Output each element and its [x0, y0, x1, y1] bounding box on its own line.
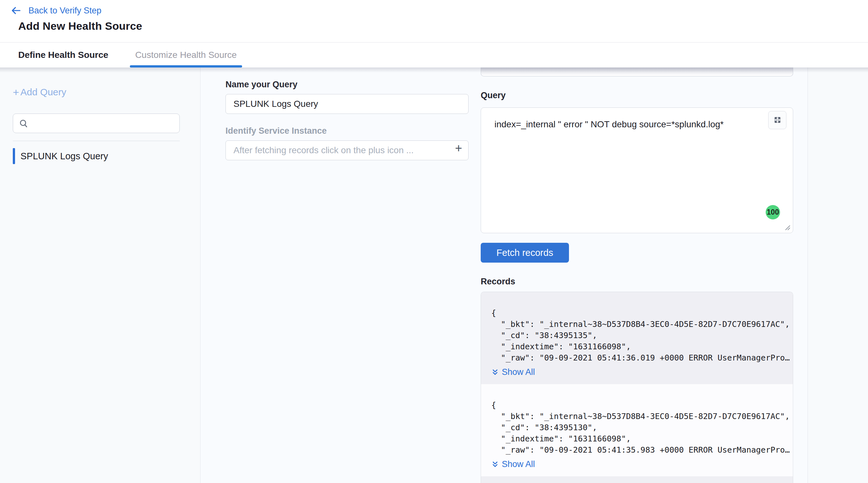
search-input[interactable] — [33, 118, 174, 128]
health-source-tabs: Define Health Source Customize Health So… — [0, 42, 868, 67]
page-header: Back to Verify Step Add New Health Sourc… — [0, 0, 868, 42]
expand-query-button[interactable] — [768, 111, 786, 129]
records-list: { "_bkt": "_internal~38~D537D8B4-3EC0-4D… — [481, 292, 793, 483]
add-health-source-page: Back to Verify Step Add New Health Sourc… — [0, 0, 868, 483]
record-card-partial — [481, 476, 793, 483]
plus-icon: + — [13, 87, 19, 97]
query-sidebar: + Add Query SPLUNK Logs Query — [0, 67, 200, 483]
add-query-button[interactable]: + Add Query — [13, 87, 66, 97]
query-item-label: SPLUNK Logs Query — [15, 151, 108, 161]
tab-customize-health-source[interactable]: Customize Health Source — [130, 42, 242, 67]
identify-service-instance-label: Identify Service Instance — [225, 126, 469, 136]
content-area: + Add Query SPLUNK Logs Query Name your … — [0, 67, 868, 483]
double-chevron-down-icon — [491, 461, 499, 468]
search-icon — [19, 119, 28, 128]
query-textarea[interactable]: index=_internal " error " NOT debug sour… — [481, 108, 793, 234]
right-gutter — [808, 67, 868, 483]
back-arrow-icon[interactable] — [10, 5, 22, 16]
show-all-link[interactable]: Show All — [491, 459, 535, 469]
sidebar-item-splunk-logs-query[interactable]: SPLUNK Logs Query — [0, 148, 200, 164]
back-to-verify-step-link[interactable]: Back to Verify Step — [28, 6, 101, 16]
query-search-box[interactable] — [13, 114, 180, 133]
record-json: { "_bkt": "_internal~38~D537D8B4-3EC0-4D… — [491, 307, 780, 363]
main-panel: Name your Query Identify Service Instanc… — [200, 67, 808, 483]
record-count-badge: 100 — [766, 205, 780, 219]
page-title: Add New Health Source — [0, 20, 868, 32]
fetch-records-button[interactable]: Fetch records — [481, 243, 569, 263]
service-instance-input[interactable] — [225, 141, 469, 160]
record-json: { "_bkt": "_internal~38~D537D8B4-3EC0-4D… — [491, 399, 780, 455]
show-all-label: Show All — [502, 459, 535, 469]
tab-define-health-source[interactable]: Define Health Source — [18, 42, 114, 67]
records-label: Records — [481, 277, 793, 286]
sidebar-divider — [13, 141, 180, 141]
double-chevron-down-icon — [491, 368, 499, 376]
show-all-label: Show All — [502, 367, 535, 377]
name-your-query-label: Name your Query — [225, 80, 469, 90]
query-label: Query — [481, 91, 793, 100]
resize-grip-icon[interactable] — [783, 223, 791, 231]
record-card: { "_bkt": "_internal~38~D537D8B4-3EC0-4D… — [481, 384, 793, 476]
expand-icon — [772, 115, 783, 125]
show-all-link[interactable]: Show All — [491, 367, 535, 377]
active-indicator-bar — [13, 148, 15, 164]
query-form-column: Name your Query Identify Service Instanc… — [225, 67, 469, 483]
clipped-scrolled-input — [481, 67, 793, 77]
add-query-label: Add Query — [21, 87, 66, 97]
query-name-input[interactable] — [225, 94, 469, 114]
record-card: { "_bkt": "_internal~38~D537D8B4-3EC0-4D… — [481, 292, 793, 384]
service-instance-plus-icon[interactable]: + — [455, 142, 462, 154]
query-text: index=_internal " error " NOT debug sour… — [481, 108, 793, 129]
query-panel-column: Query index=_internal " error " NOT debu… — [481, 67, 793, 483]
